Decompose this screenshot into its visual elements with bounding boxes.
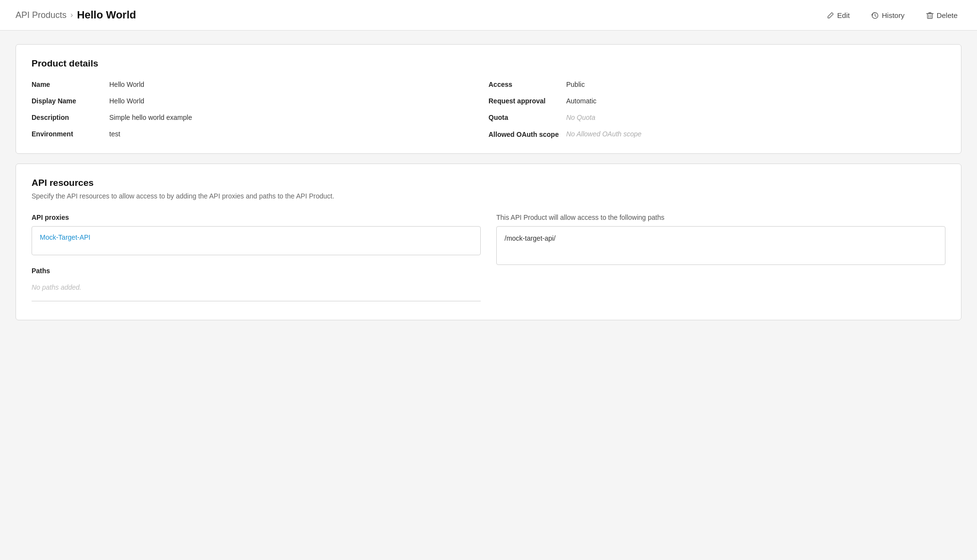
detail-row-environment: Environment test [32, 130, 488, 138]
detail-row-request-approval: Request approval Automatic [488, 97, 945, 105]
allowed-paths-label: This API Product will allow access to th… [496, 214, 945, 221]
detail-label-name: Name [32, 81, 109, 88]
edit-label: Edit [837, 11, 850, 19]
proxy-list: Mock-Target-API [32, 226, 481, 255]
detail-value-name: Hello World [109, 81, 144, 88]
detail-value-quota: No Quota [566, 114, 595, 121]
api-resources-card: API resources Specify the API resources … [16, 164, 961, 320]
api-resources-section: API proxies Mock-Target-API Paths No pat… [32, 214, 945, 306]
details-column-left: Name Hello World Display Name Hello Worl… [32, 81, 488, 140]
breadcrumb: API Products › Hello World [16, 9, 136, 21]
paths-empty: No paths added. [32, 280, 481, 295]
history-button[interactable]: History [867, 9, 909, 21]
delete-button[interactable]: Delete [922, 9, 961, 21]
page-header: API Products › Hello World Edit History [0, 0, 977, 31]
detail-row-name: Name Hello World [32, 81, 488, 88]
header-actions: Edit History Del [823, 9, 961, 21]
detail-value-request-approval: Automatic [566, 97, 596, 105]
detail-row-quota: Quota No Quota [488, 114, 945, 121]
detail-row-description: Description Simple hello world example [32, 114, 488, 121]
allowed-paths-box: /mock-target-api/ [496, 226, 945, 265]
detail-row-access: Access Public [488, 81, 945, 88]
detail-label-display-name: Display Name [32, 97, 109, 105]
paths-list: No paths added. [32, 280, 481, 301]
details-column-right: Access Public Request approval Automatic… [488, 81, 945, 140]
detail-label-description: Description [32, 114, 109, 121]
detail-label-environment: Environment [32, 130, 109, 138]
breadcrumb-current: Hello World [77, 9, 136, 21]
detail-value-description: Simple hello world example [109, 114, 192, 121]
delete-label: Delete [937, 11, 958, 19]
breadcrumb-separator: › [70, 11, 73, 19]
product-details-title: Product details [32, 58, 945, 69]
proxy-item-mock-target[interactable]: Mock-Target-API [32, 227, 480, 248]
edit-icon [826, 11, 834, 19]
detail-label-access: Access [488, 81, 566, 88]
detail-value-access: Public [566, 81, 585, 88]
allowed-path-item: /mock-target-api/ [505, 234, 556, 242]
main-content: Product details Name Hello World Display… [0, 31, 977, 334]
svg-rect-1 [927, 14, 932, 18]
detail-value-oauth-scope: No Allowed OAuth scope [566, 130, 641, 138]
detail-label-oauth-scope: Allowed OAuth scope [488, 130, 566, 140]
detail-label-quota: Quota [488, 114, 566, 121]
product-details-card: Product details Name Hello World Display… [16, 44, 961, 154]
detail-row-oauth-scope: Allowed OAuth scope No Allowed OAuth sco… [488, 130, 945, 140]
edit-button[interactable]: Edit [823, 9, 854, 21]
api-resources-title: API resources [32, 178, 945, 188]
allowed-paths-column: This API Product will allow access to th… [496, 214, 945, 306]
api-resources-subtitle: Specify the API resources to allow acces… [32, 192, 945, 200]
proxies-paths-column: API proxies Mock-Target-API Paths No pat… [32, 214, 481, 306]
proxies-label: API proxies [32, 214, 481, 221]
paths-section: Paths No paths added. [32, 267, 481, 301]
paths-label: Paths [32, 267, 481, 275]
detail-row-display-name: Display Name Hello World [32, 97, 488, 105]
detail-label-request-approval: Request approval [488, 97, 566, 105]
detail-value-environment: test [109, 130, 120, 138]
breadcrumb-parent[interactable]: API Products [16, 10, 67, 20]
history-label: History [882, 11, 905, 19]
detail-value-display-name: Hello World [109, 97, 144, 105]
details-grid: Name Hello World Display Name Hello Worl… [32, 81, 945, 140]
history-icon [871, 11, 879, 19]
delete-icon [926, 11, 934, 19]
